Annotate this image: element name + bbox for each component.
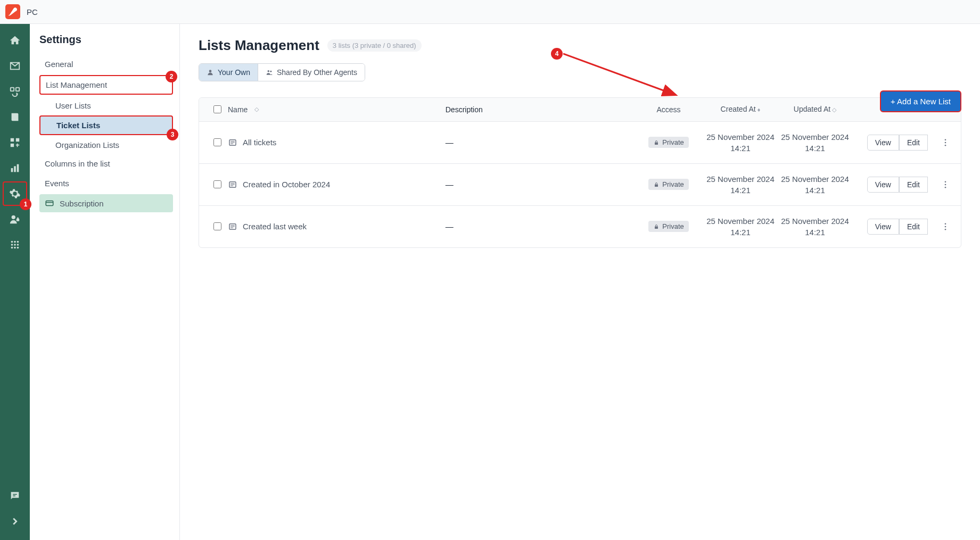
sidebar-item-list-management[interactable]: List Management 2 xyxy=(39,75,173,95)
annotation-arrow xyxy=(563,49,680,100)
main-content: Lists Management 3 lists (3 private / 0 … xyxy=(180,24,980,540)
svg-rect-5 xyxy=(11,168,13,172)
col-created[interactable]: Created At xyxy=(721,105,756,113)
access-badge: Private xyxy=(648,179,688,190)
select-all-checkbox[interactable] xyxy=(213,105,221,113)
edit-button[interactable]: Edit xyxy=(899,135,928,151)
list-icon xyxy=(228,138,237,147)
svg-rect-35 xyxy=(655,226,658,229)
tabs: Your Own Shared By Other Agents xyxy=(199,63,365,81)
row-checkbox[interactable] xyxy=(213,138,221,146)
col-name[interactable]: Name xyxy=(228,105,248,114)
row-menu-button[interactable] xyxy=(937,180,953,189)
nav-mail[interactable] xyxy=(3,54,27,78)
user-icon xyxy=(207,69,214,76)
sort-icon: ◇ xyxy=(254,106,259,113)
svg-point-11 xyxy=(14,241,16,243)
row-menu-button[interactable] xyxy=(937,222,953,231)
svg-point-20 xyxy=(209,70,212,72)
svg-point-37 xyxy=(945,226,946,227)
nav-expand[interactable] xyxy=(3,509,27,534)
row-checkbox[interactable] xyxy=(213,180,221,188)
svg-point-28 xyxy=(945,144,946,146)
table-header: Name◇ Description Access Created At♦ Upd… xyxy=(199,98,961,122)
lock-icon xyxy=(653,139,660,146)
row-created: 25 November 202414:21 xyxy=(703,173,778,196)
row-description: — xyxy=(446,222,634,231)
svg-rect-3 xyxy=(16,138,19,142)
svg-rect-2 xyxy=(11,138,14,142)
view-button[interactable]: View xyxy=(867,135,899,151)
app-logo xyxy=(5,4,20,19)
sidebar-item-general[interactable]: General xyxy=(39,55,173,73)
lists-table: Name◇ Description Access Created At♦ Upd… xyxy=(199,97,961,248)
settings-sidebar: Settings General List Management 2 User … xyxy=(30,24,180,540)
credit-card-icon xyxy=(45,198,54,208)
svg-rect-30 xyxy=(655,184,658,187)
row-checkbox[interactable] xyxy=(213,222,221,230)
nav-user-lock[interactable] xyxy=(3,207,27,231)
svg-rect-0 xyxy=(11,88,14,91)
table-row: Created in October 2024—Private25 Novemb… xyxy=(199,164,961,206)
annotation-2: 2 xyxy=(166,71,177,82)
nav-add-grid[interactable] xyxy=(3,130,27,155)
svg-rect-1 xyxy=(16,88,19,91)
col-updated[interactable]: Updated At xyxy=(794,105,830,113)
svg-point-10 xyxy=(11,241,13,243)
row-created: 25 November 202414:21 xyxy=(703,131,778,154)
svg-point-18 xyxy=(17,247,19,249)
edit-button[interactable]: Edit xyxy=(899,177,928,193)
svg-rect-19 xyxy=(46,201,53,206)
users-icon xyxy=(266,69,273,76)
row-menu-button[interactable] xyxy=(937,138,953,147)
row-updated: 25 November 202414:21 xyxy=(778,173,852,196)
list-icon xyxy=(228,180,237,189)
nav-settings[interactable]: 1 xyxy=(3,181,27,206)
col-access[interactable]: Access xyxy=(656,105,680,114)
sidebar-item-columns[interactable]: Columns in the list xyxy=(39,155,173,172)
tab-your-own[interactable]: Your Own xyxy=(199,64,258,81)
list-icon xyxy=(228,222,237,231)
sidebar-item-subscription[interactable]: Subscription xyxy=(39,194,173,212)
view-button[interactable]: View xyxy=(867,219,899,235)
svg-rect-25 xyxy=(655,142,658,145)
sidebar-item-label: List Management xyxy=(46,80,107,89)
lock-icon xyxy=(653,223,660,230)
svg-line-23 xyxy=(563,54,675,95)
nav-sidebar: 1 xyxy=(0,24,30,540)
add-new-list-button[interactable]: + Add a New List xyxy=(880,90,961,112)
row-description: — xyxy=(446,180,634,189)
tab-shared[interactable]: Shared By Other Agents xyxy=(258,64,365,81)
table-row: All tickets—Private25 November 202414:21… xyxy=(199,122,961,164)
row-updated: 25 November 202414:21 xyxy=(778,215,852,238)
sidebar-item-events[interactable]: Events xyxy=(39,175,173,192)
nav-swap[interactable] xyxy=(3,79,27,104)
svg-point-33 xyxy=(945,186,946,188)
sidebar-sub-ticket-lists[interactable]: Ticket Lists 3 xyxy=(39,115,173,135)
nav-apps[interactable] xyxy=(3,232,27,257)
page-title: Lists Management xyxy=(199,37,319,54)
row-name: Created last week xyxy=(243,222,307,231)
svg-point-21 xyxy=(267,70,269,72)
nav-chat[interactable] xyxy=(3,484,27,508)
access-badge: Private xyxy=(648,221,688,232)
svg-point-14 xyxy=(14,244,16,246)
sidebar-item-label: Subscription xyxy=(60,199,104,208)
sort-icon: ◇ xyxy=(832,106,836,113)
sidebar-sub-user-lists[interactable]: User Lists xyxy=(39,97,173,114)
access-badge: Private xyxy=(648,137,688,148)
svg-point-16 xyxy=(11,247,13,249)
view-button[interactable]: View xyxy=(867,177,899,193)
svg-point-12 xyxy=(17,241,19,243)
row-description: — xyxy=(446,138,634,147)
tab-label: Your Own xyxy=(218,68,250,77)
sidebar-sub-org-lists[interactable]: Organization Lists xyxy=(39,136,173,154)
row-created: 25 November 202414:21 xyxy=(703,215,778,238)
row-name: Created in October 2024 xyxy=(243,180,330,189)
nav-reports[interactable] xyxy=(3,156,27,180)
col-description[interactable]: Description xyxy=(446,105,483,114)
nav-book[interactable] xyxy=(3,105,27,129)
nav-home[interactable] xyxy=(3,28,27,53)
svg-point-32 xyxy=(945,184,946,185)
edit-button[interactable]: Edit xyxy=(899,219,928,235)
